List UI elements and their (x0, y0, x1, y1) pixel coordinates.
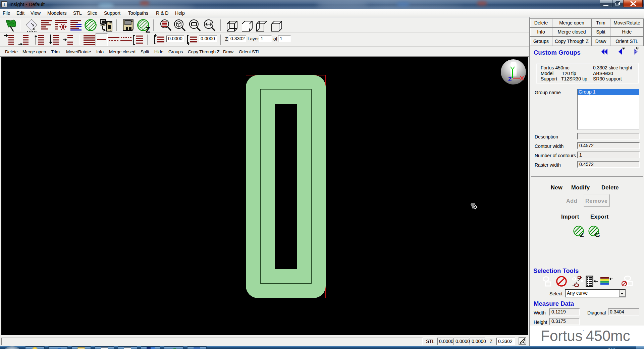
svg-text:Z: Z (508, 76, 512, 82)
svg-text:G: G (595, 231, 600, 238)
svg-text:Z: Z (146, 25, 150, 33)
svg-text:Z: Z (580, 231, 584, 238)
